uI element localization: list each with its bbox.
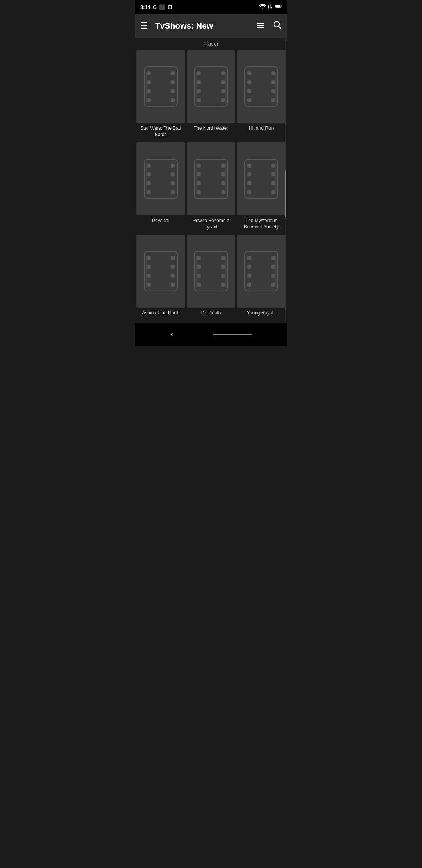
status-right <box>259 4 282 11</box>
show-title: Physical <box>150 215 171 229</box>
show-title: The Mysterious Benedict Society <box>237 215 286 233</box>
list-item[interactable]: Dr. Death <box>187 235 236 321</box>
list-item[interactable]: Hit and Run <box>237 50 286 141</box>
time-display: 3:14 <box>140 4 150 10</box>
svg-rect-2 <box>276 5 280 7</box>
content-area: Flavor <box>135 38 287 323</box>
svg-rect-6 <box>257 25 264 26</box>
toolbar: ☰ TvShows: New <box>135 14 287 38</box>
google-icon: G <box>153 4 157 10</box>
svg-point-0 <box>262 8 263 9</box>
bottom-nav-bar: ‹ <box>135 323 287 346</box>
film-icon <box>194 159 228 199</box>
home-pill[interactable] <box>213 334 252 335</box>
show-poster <box>237 50 286 123</box>
svg-point-8 <box>274 22 279 27</box>
film-icon <box>144 251 178 291</box>
show-poster <box>187 235 236 308</box>
film-icon <box>144 159 178 199</box>
scrollbar-track[interactable] <box>285 38 286 323</box>
status-left: 3:14 G ⬛ ⊡ <box>140 4 172 10</box>
show-title: How to Become a Tyrant <box>187 215 236 233</box>
show-title: Hit and Run <box>247 123 275 136</box>
film-icon <box>194 251 228 291</box>
film-icon <box>144 66 178 107</box>
svg-line-9 <box>279 27 281 29</box>
list-item[interactable]: The Mysterious Benedict Society <box>237 142 286 233</box>
list-item[interactable]: How to Become a Tyrant <box>187 142 236 233</box>
list-view-button[interactable] <box>256 20 265 32</box>
scrollbar-thumb[interactable] <box>285 170 286 217</box>
signal-icon <box>268 4 274 11</box>
show-poster <box>237 235 286 308</box>
show-title: Star Wars: The Bad Batch <box>136 123 185 141</box>
status-bar: 3:14 G ⬛ ⊡ <box>135 0 287 14</box>
show-poster <box>136 235 185 308</box>
film-icon <box>194 66 228 107</box>
show-poster <box>187 142 236 215</box>
film-icon <box>244 251 278 291</box>
shows-grid: Star Wars: The Bad Batch <box>135 48 287 323</box>
svg-rect-3 <box>281 5 281 7</box>
list-item[interactable]: Ashin of the North <box>136 235 185 321</box>
toolbar-actions <box>256 20 282 32</box>
svg-rect-7 <box>257 27 264 28</box>
list-item[interactable]: Young Royals <box>237 235 286 321</box>
show-title: Young Royals <box>245 308 277 321</box>
page-title: TvShows: New <box>155 21 256 30</box>
section-label: Flavor <box>135 38 287 48</box>
film-icon <box>244 159 278 199</box>
show-title: The North Water <box>192 123 230 136</box>
show-title: Dr. Death <box>200 308 223 321</box>
battery-icon <box>275 4 282 11</box>
search-button[interactable] <box>272 20 282 32</box>
show-title: Ashin of the North <box>140 308 181 321</box>
list-item[interactable]: Star Wars: The Bad Batch <box>136 50 185 141</box>
cast-icon: ⊡ <box>168 4 172 10</box>
show-poster <box>136 142 185 215</box>
back-button[interactable]: ‹ <box>170 329 173 339</box>
show-poster <box>187 50 236 123</box>
menu-button[interactable]: ☰ <box>140 22 148 30</box>
list-item[interactable]: The North Water <box>187 50 236 141</box>
wifi-icon <box>259 4 266 11</box>
screen-icon: ⬛ <box>159 4 165 10</box>
svg-rect-5 <box>257 23 264 24</box>
film-icon <box>244 66 278 107</box>
show-poster <box>237 142 286 215</box>
list-item[interactable]: Physical <box>136 142 185 233</box>
show-poster <box>136 50 185 123</box>
svg-rect-4 <box>257 22 264 22</box>
